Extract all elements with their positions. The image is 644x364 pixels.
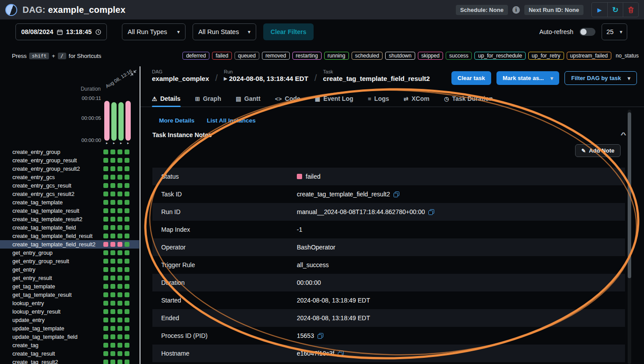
task-instance-square-success[interactable] [110, 276, 115, 280]
reparse-dag-button[interactable]: ↻ [607, 3, 623, 17]
task-instance-square-success[interactable] [110, 208, 115, 213]
task-instance-square-success[interactable] [110, 301, 115, 306]
legend-up_for_retry[interactable]: up_for_retry [528, 52, 564, 60]
task-instance-square-success[interactable] [110, 217, 115, 222]
task-instance-square-success[interactable] [103, 259, 108, 264]
task-instance-square-success[interactable] [117, 326, 122, 331]
task-instance-square-success[interactable] [125, 343, 129, 348]
legend-upstream_failed[interactable]: upstream_failed [567, 52, 611, 60]
task-instance-square-success[interactable] [117, 208, 122, 213]
task-instance-square-success[interactable] [125, 192, 129, 196]
task-instance-square-success[interactable] [125, 149, 129, 154]
scrollbar[interactable] [628, 110, 631, 364]
copy-icon[interactable] [428, 209, 434, 215]
manual-run-marker-3[interactable]: ▸ [118, 141, 124, 146]
task-instance-square-success[interactable] [110, 158, 115, 163]
task-row-get_entry_group_result[interactable]: get_entry_group_result [0, 257, 139, 265]
mark-state-button[interactable]: Mark state as... ▾ [496, 71, 559, 85]
task-instance-square-success[interactable] [103, 276, 108, 280]
manual-run-marker-4[interactable]: ▸ [125, 141, 131, 146]
task-instance-square-success[interactable] [110, 183, 115, 188]
tab-code[interactable]: <>Code [275, 91, 300, 107]
task-instance-square-success[interactable] [125, 175, 129, 180]
task-instance-square-success[interactable] [110, 234, 115, 238]
task-instance-square-success[interactable] [117, 301, 122, 306]
task-instance-square-success[interactable] [110, 326, 115, 331]
task-instance-square-success[interactable] [125, 183, 129, 188]
task-instance-square-success[interactable] [103, 343, 108, 348]
task-row-create_entry_gcs_result[interactable]: create_entry_gcs_result [0, 181, 139, 190]
task-instance-square-success[interactable] [125, 208, 129, 213]
tab-event-log[interactable]: ▦Event Log [315, 91, 353, 107]
task-instance-square-success[interactable] [125, 217, 129, 222]
task-instance-square-success[interactable] [110, 334, 115, 339]
task-instance-square-success[interactable] [110, 292, 115, 297]
task-instance-square-success[interactable] [117, 360, 122, 364]
scrollbar-thumb[interactable] [628, 112, 631, 278]
task-instance-square-success[interactable] [125, 326, 129, 331]
task-instance-square-success[interactable] [125, 166, 129, 171]
task-instance-square-success[interactable] [103, 318, 108, 322]
tab-task-duration[interactable]: ◷Task Duration [444, 91, 493, 107]
task-row-create_entry_gcs[interactable]: create_entry_gcs [0, 173, 139, 181]
legend-removed[interactable]: removed [262, 52, 290, 60]
task-row-get_entry[interactable]: get_entry [0, 265, 139, 274]
task-instance-square-success[interactable] [117, 166, 122, 171]
task-instance-square-success[interactable] [117, 292, 122, 297]
task-instance-square-success[interactable] [117, 234, 122, 238]
breadcrumb-task[interactable]: Task create_tag_template_field_result2 [323, 69, 430, 82]
task-instance-square-success[interactable] [110, 351, 115, 356]
task-instance-square-success[interactable] [110, 192, 115, 196]
legend-deferred[interactable]: deferred [182, 52, 209, 60]
task-instance-square-failed[interactable] [117, 242, 122, 247]
task-instance-square-success[interactable] [117, 225, 122, 230]
manual-run-marker-1[interactable]: ▸ [104, 141, 110, 146]
legend-restarting[interactable]: restarting [292, 52, 322, 60]
tab-details[interactable]: ⚠Details [152, 91, 181, 107]
task-instance-square-success[interactable] [117, 175, 122, 180]
task-row-create_entry_gcs_result2[interactable]: create_entry_gcs_result2 [0, 190, 139, 198]
legend-no_status[interactable]: no_status [616, 53, 639, 59]
task-instance-square-success[interactable] [125, 225, 129, 230]
task-instance-square-success[interactable] [110, 267, 115, 272]
task-instance-square-success[interactable] [103, 192, 108, 196]
task-instance-square-success[interactable] [117, 276, 122, 280]
task-instance-square-success[interactable] [117, 318, 122, 322]
task-instance-square-success[interactable] [125, 360, 129, 364]
task-instance-square-success[interactable] [117, 309, 122, 314]
task-instance-square-failed[interactable] [103, 242, 108, 247]
task-instance-square-success[interactable] [103, 234, 108, 238]
task-instance-square-success[interactable] [125, 351, 129, 356]
task-instance-square-success[interactable] [125, 292, 129, 297]
copy-icon[interactable] [338, 351, 344, 356]
task-row-lookup_entry[interactable]: lookup_entry [0, 299, 139, 307]
tab-graph[interactable]: ⊞Graph [195, 91, 221, 107]
tab-gantt[interactable]: ▤Gantt [236, 91, 261, 107]
panel-resize-handle[interactable] [140, 66, 140, 364]
breadcrumb-dag[interactable]: DAG example_complex [152, 69, 209, 82]
task-instance-square-success[interactable] [103, 175, 108, 180]
task-instance-square-success[interactable] [117, 200, 122, 205]
task-row-create_tag_template_field_result2[interactable]: create_tag_template_field_result2 [0, 240, 139, 249]
task-instance-square-success[interactable] [125, 301, 129, 306]
task-row-update_tag_template[interactable]: update_tag_template [0, 324, 139, 333]
task-row-get_tag_template[interactable]: get_tag_template [0, 282, 139, 291]
legend-skipped[interactable]: skipped [418, 52, 443, 60]
task-instance-square-success[interactable] [117, 343, 122, 348]
tab-logs[interactable]: ≡Logs [368, 91, 389, 107]
task-instance-square-success[interactable] [125, 276, 129, 280]
task-instance-square-success[interactable] [103, 208, 108, 213]
task-instance-square-success[interactable] [117, 192, 122, 196]
base-date-input[interactable]: 08/08/2024 13:18:45 [15, 23, 107, 40]
theme-toggle[interactable] [5, 4, 17, 16]
notes-collapse-icon[interactable]: ^ [621, 131, 626, 138]
legend-running[interactable]: running [324, 52, 349, 60]
task-instance-square-success[interactable] [125, 259, 129, 264]
task-instance-square-success[interactable] [117, 351, 122, 356]
task-instance-square-success[interactable] [125, 334, 129, 339]
copy-icon[interactable] [318, 333, 323, 339]
task-row-create_entry_group_result[interactable]: create_entry_group_result [0, 156, 139, 165]
info-icon[interactable]: i [512, 6, 520, 14]
task-instance-square-success[interactable] [117, 250, 122, 255]
task-instance-square-success[interactable] [125, 242, 129, 247]
